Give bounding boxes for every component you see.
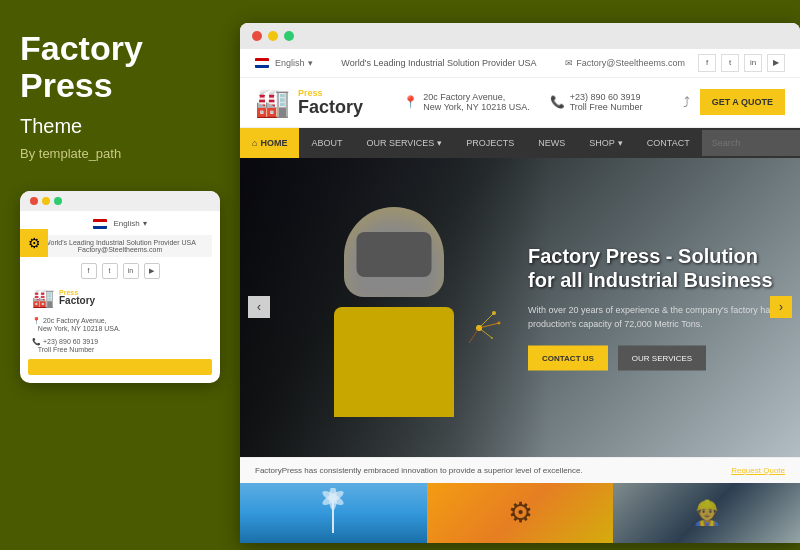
browser-titlebar	[240, 23, 800, 49]
header-address-item: 📍 20c Factory Avenue, New York, NY 10218…	[403, 92, 529, 112]
theme-title: Factory Press	[20, 30, 220, 105]
logo-text-area: Press Factory	[298, 89, 363, 116]
helmet-shape	[344, 207, 444, 297]
nav-bar: ⌂ HOME ABOUT OUR SERVICES ▾ PROJECTS NEW…	[240, 128, 800, 158]
browser-content: English ▾ World's Leading Industrial Sol…	[240, 49, 800, 543]
home-icon-nav: ⌂	[252, 138, 257, 148]
mobile-card-header	[20, 191, 220, 211]
welder-shape	[304, 197, 484, 417]
bottom-bar-text: FactoryPress has consistently embraced i…	[255, 466, 583, 475]
mobile-lang-bar: English ▾	[28, 219, 212, 229]
browser-dot-yellow	[268, 31, 278, 41]
nav-contact[interactable]: CONTACT	[635, 128, 702, 158]
info-bar-email: Factory@Steeltheems.com	[576, 58, 685, 68]
contact-us-button[interactable]: CONTACT US	[528, 346, 608, 371]
phone-icon: 📞	[550, 95, 565, 109]
mobile-phone: 📞 +23) 890 60 3919 Troll Free Number	[28, 338, 212, 353]
hero-buttons: CONTACT US OUR SERVICES	[528, 346, 780, 371]
svg-point-5	[492, 311, 496, 315]
logo-icon: 🏭	[255, 86, 290, 119]
lang-arrow: ▾	[308, 58, 313, 68]
header-phone-item: 📞 +23) 890 60 3919 Troll Free Number	[550, 92, 643, 112]
nav-search-area: 🔍	[702, 129, 800, 156]
mobile-info-bar: World's Leading Industrial Solution Prov…	[28, 235, 212, 257]
thumb-helmet-bg: 👷	[613, 483, 800, 543]
mobile-logo-icon: 🏭	[32, 287, 54, 309]
logo-area: 🏭 Press Factory	[255, 86, 363, 119]
nav-about[interactable]: ABOUT	[299, 128, 354, 158]
mobile-linkedin-icon[interactable]: in	[123, 263, 139, 279]
hero-title: Factory Press - Solution for all Industr…	[528, 244, 780, 292]
mobile-card-body: English ▾ World's Leading Industrial Sol…	[20, 211, 220, 383]
info-bar-tagline: World's Leading Industrial Solution Prov…	[341, 58, 536, 68]
dot-green	[54, 197, 62, 205]
body-shape	[334, 307, 454, 417]
browser-dot-red	[252, 31, 262, 41]
browser-dot-green	[284, 31, 294, 41]
site-header: 🏭 Press Factory 📍 20c Factory Avenue, Ne…	[240, 78, 800, 128]
facebook-btn[interactable]: f	[698, 54, 716, 72]
thumbnail-row: ⚙ 👷	[240, 483, 800, 543]
header-right: ⤴ GET A QUOTE	[683, 89, 785, 115]
mobile-address: 📍 20c Factory Avenue, New York, NY 10218…	[28, 317, 212, 332]
chevron-down-icon-services: ▾	[437, 138, 442, 148]
mobile-logo-area: 🏭 Press Factory	[28, 287, 212, 309]
get-quote-button[interactable]: GET A QUOTE	[700, 89, 785, 115]
request-quote-link[interactable]: Request Quote	[731, 466, 785, 475]
welder-figure	[240, 158, 548, 457]
nav-projects[interactable]: PROJECTS	[454, 128, 526, 158]
info-bar-social: f t in ▶	[698, 54, 785, 72]
browser-lang-label: English	[275, 58, 305, 68]
thumb-wind-bg	[240, 483, 427, 543]
chevron-down-icon-shop: ▾	[618, 138, 623, 148]
thumb-workers: 👷	[613, 483, 800, 543]
our-services-button[interactable]: OUR SERVICES	[618, 346, 706, 371]
flag-icon-browser	[255, 58, 269, 68]
thumb-gear-bg: ⚙	[427, 483, 614, 543]
address-icon: 📍	[403, 95, 418, 109]
nav-our-services[interactable]: OUR SERVICES ▾	[354, 128, 454, 158]
mobile-preview-card: ⚙ English ▾ World's Leading Industrial S…	[20, 191, 220, 383]
nav-home[interactable]: ⌂ HOME	[240, 128, 299, 158]
helmet-visor	[357, 232, 432, 277]
bottom-bar: FactoryPress has consistently embraced i…	[240, 457, 800, 483]
mobile-lang-label: English	[113, 219, 139, 228]
gear-icon-mobile[interactable]: ⚙	[20, 229, 48, 257]
mobile-email: Factory@Steeltheems.com	[34, 246, 206, 253]
mobile-get-quote-btn[interactable]	[28, 359, 212, 375]
info-bar-lang[interactable]: English ▾	[255, 58, 313, 68]
mobile-facebook-icon[interactable]: f	[81, 263, 97, 279]
header-contact: 📍 20c Factory Avenue, New York, NY 10218…	[403, 92, 642, 112]
svg-point-7	[491, 337, 493, 339]
left-panel: Factory Press Theme By template_path ⚙ E…	[0, 0, 240, 550]
gear-button-mobile[interactable]: ⚙	[20, 229, 48, 257]
spark-area	[454, 303, 504, 357]
twitter-btn[interactable]: t	[721, 54, 739, 72]
slider-next-button[interactable]: ›	[770, 296, 792, 318]
hero-text-area: Factory Press - Solution for all Industr…	[528, 244, 780, 371]
mobile-youtube-icon[interactable]: ▶	[144, 263, 160, 279]
thumb-machinery: ⚙	[427, 483, 614, 543]
flag-icon	[93, 219, 107, 229]
mobile-twitter-icon[interactable]: t	[102, 263, 118, 279]
youtube-btn[interactable]: ▶	[767, 54, 785, 72]
email-icon: ✉	[565, 58, 573, 68]
search-input[interactable]	[702, 130, 800, 156]
slider-prev-button[interactable]: ‹	[248, 296, 270, 318]
linkedin-btn[interactable]: in	[744, 54, 762, 72]
theme-subtitle: Theme	[20, 115, 220, 138]
nav-shop[interactable]: SHOP ▾	[577, 128, 635, 158]
mobile-tagline: World's Leading Industrial Solution Prov…	[34, 239, 206, 246]
svg-line-3	[479, 328, 492, 338]
info-bar-right: ✉ Factory@Steeltheems.com f t in ▶	[565, 54, 785, 72]
mobile-logo-text: Press Factory	[59, 289, 95, 306]
mobile-lang-arrow: ▾	[143, 219, 147, 228]
mobile-social: f t in ▶	[28, 263, 212, 279]
share-icon[interactable]: ⤴	[683, 94, 690, 110]
nav-news[interactable]: NEWS	[526, 128, 577, 158]
header-address: 20c Factory Avenue, New York, NY 10218 U…	[423, 92, 529, 112]
hero-section: ‹ Factory Press - Solution for all Indus…	[240, 158, 800, 457]
info-bar: English ▾ World's Leading Industrial Sol…	[240, 49, 800, 78]
dot-yellow	[42, 197, 50, 205]
dot-red	[30, 197, 38, 205]
